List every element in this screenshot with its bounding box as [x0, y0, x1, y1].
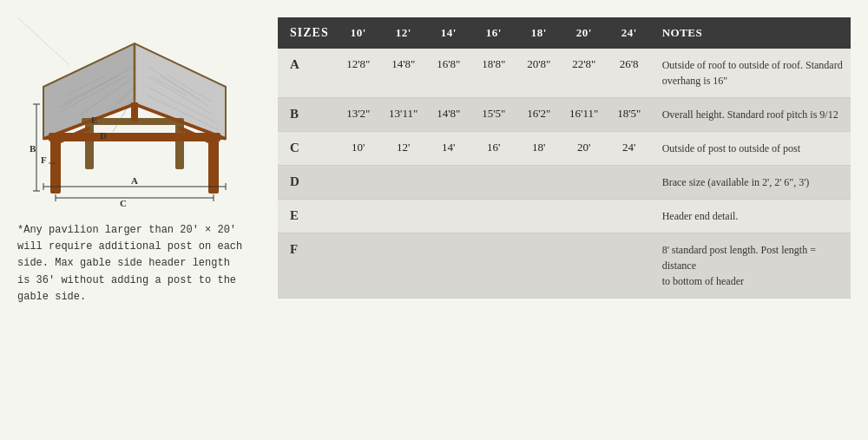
svg-text:E: E	[91, 115, 97, 125]
footnote: *Any pavilion larger than 20' × 20' will…	[17, 222, 243, 305]
row-label-d: D	[278, 166, 336, 200]
row-a-notes: Outside of roof to outside of roof. Stan…	[652, 49, 851, 98]
row-label-c: C	[278, 132, 336, 166]
row-d-col-2	[426, 166, 471, 200]
pavilion-diagram: B E D F C A	[17, 17, 252, 208]
header-24: 24'	[607, 17, 652, 49]
header-12: 12'	[381, 17, 426, 49]
sizes-table: SIZES 10' 12' 14' 16' 18' 20' 24' NOTES …	[278, 17, 851, 299]
row-label-e: E	[278, 200, 336, 233]
row-f-col-4	[516, 233, 562, 299]
row-d-col-5	[562, 166, 607, 200]
row-b-notes: Overall height. Standard roof pitch is 9…	[652, 98, 851, 132]
svg-text:B: B	[30, 143, 36, 154]
row-a-col-4: 20'8"	[516, 49, 562, 98]
row-b-col-0: 13'2"	[336, 98, 381, 132]
row-f-col-5	[562, 233, 607, 299]
row-a-col-0: 12'8"	[336, 49, 381, 98]
row-f-col-6	[607, 233, 652, 299]
svg-text:D: D	[100, 130, 107, 141]
row-e-col-5	[562, 200, 607, 233]
row-d-col-3	[471, 166, 516, 200]
row-e-col-4	[516, 200, 562, 233]
row-b-col-2: 14'8"	[426, 98, 471, 132]
header-14: 14'	[426, 17, 471, 49]
row-c-col-5: 20'	[562, 132, 607, 166]
row-c-col-1: 12'	[381, 132, 426, 166]
row-a-col-5: 22'8"	[562, 49, 607, 98]
row-d-col-6	[607, 166, 652, 200]
table-row: F8' standard post length. Post length = …	[278, 233, 851, 299]
row-e-col-2	[426, 200, 471, 233]
row-b-col-5: 16'11"	[562, 98, 607, 132]
header-10: 10'	[336, 17, 381, 49]
header-notes: NOTES	[652, 17, 851, 49]
diagram-container: B E D F C A	[17, 17, 252, 208]
table-row: EHeader end detail.	[278, 200, 851, 233]
svg-rect-19	[50, 137, 61, 194]
table-row: A12'8"14'8"16'8"18'8"20'8"22'8"26'8Outsi…	[278, 49, 851, 98]
row-c-col-2: 14'	[426, 132, 471, 166]
svg-line-2	[17, 17, 69, 65]
row-e-col-3	[471, 200, 516, 233]
row-b-col-1: 13'11"	[381, 98, 426, 132]
row-f-col-1	[381, 233, 426, 299]
right-panel: SIZES 10' 12' 14' 16' 18' 20' 24' NOTES …	[269, 0, 868, 440]
header-sizes: SIZES	[278, 17, 336, 49]
svg-text:A: A	[131, 175, 138, 186]
row-b-col-6: 18'5"	[607, 98, 652, 132]
left-panel: B E D F C A *Any pavilion larger than 20…	[0, 0, 269, 440]
row-d-col-1	[381, 166, 426, 200]
row-label-b: B	[278, 98, 336, 132]
row-c-col-0: 10'	[336, 132, 381, 166]
row-e-col-1	[381, 200, 426, 233]
row-a-col-6: 26'8	[607, 49, 652, 98]
row-a-col-3: 18'8"	[471, 49, 516, 98]
header-16: 16'	[471, 17, 516, 49]
svg-rect-20	[208, 137, 219, 194]
row-c-col-6: 24'	[607, 132, 652, 166]
row-label-a: A	[278, 49, 336, 98]
row-d-col-0	[336, 166, 381, 200]
row-a-col-2: 16'8"	[426, 49, 471, 98]
row-f-col-3	[471, 233, 516, 299]
row-d-col-4	[516, 166, 562, 200]
row-d-notes: Brace size (available in 2', 2' 6", 3')	[652, 166, 851, 200]
row-e-col-6	[607, 200, 652, 233]
row-c-col-3: 16'	[471, 132, 516, 166]
table-row: DBrace size (available in 2', 2' 6", 3')	[278, 166, 851, 200]
row-label-f: F	[278, 233, 336, 299]
row-b-col-3: 15'5"	[471, 98, 516, 132]
svg-text:C: C	[120, 198, 127, 208]
header-20: 20'	[562, 17, 607, 49]
row-f-col-0	[336, 233, 381, 299]
row-c-notes: Outside of post to outside of post	[652, 132, 851, 166]
svg-text:F: F	[41, 154, 47, 165]
row-a-col-1: 14'8"	[381, 49, 426, 98]
row-f-notes: 8' standard post length. Post length = d…	[652, 233, 851, 299]
row-f-col-2	[426, 233, 471, 299]
table-row: C10'12'14'16'18'20'24'Outside of post to…	[278, 132, 851, 166]
row-b-col-4: 16'2"	[516, 98, 562, 132]
row-e-col-0	[336, 200, 381, 233]
row-e-notes: Header end detail.	[652, 200, 851, 233]
row-c-col-4: 18'	[516, 132, 562, 166]
table-row: B13'2"13'11"14'8"15'5"16'2"16'11"18'5"Ov…	[278, 98, 851, 132]
header-18: 18'	[516, 17, 562, 49]
